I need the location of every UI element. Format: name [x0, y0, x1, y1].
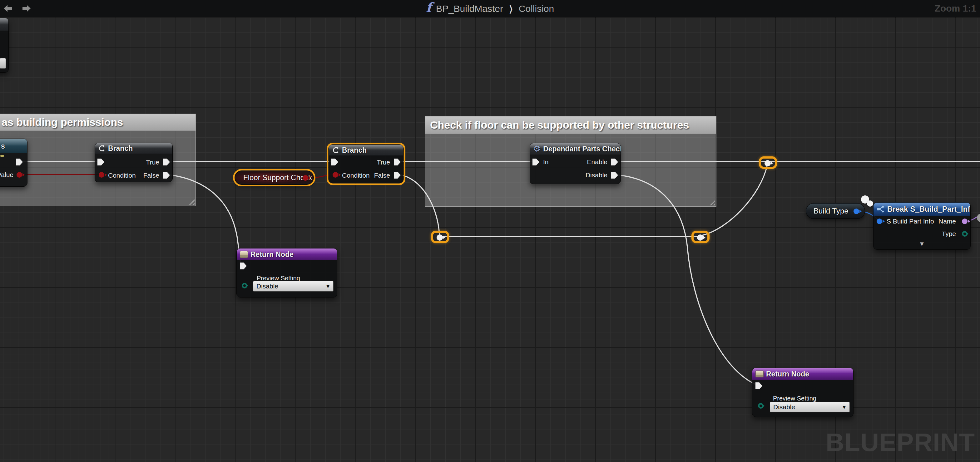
dropdown-arrow-icon: ▼	[842, 405, 846, 410]
exec-in-pin[interactable]	[756, 383, 762, 389]
branch-icon	[332, 146, 339, 154]
name-pin-label: Name	[939, 218, 956, 225]
partial-node-header[interactable]	[0, 18, 8, 30]
value-pin-label: Value	[0, 171, 13, 179]
floor-support-check-node[interactable]: Floor Support Check	[235, 171, 313, 184]
branch-node-header[interactable]: Branch	[95, 143, 172, 154]
reroute-pin[interactable]	[697, 235, 703, 241]
type-pin-label: Type	[942, 230, 956, 238]
return-node-title: Return Node	[766, 370, 809, 378]
true-exec-out-pin[interactable]	[163, 159, 170, 165]
dropdown-value: Disable	[256, 283, 278, 290]
struct-in-label: S Build Part Info	[887, 218, 934, 225]
struct-in-pin[interactable]	[877, 219, 882, 224]
partial-node-top-left[interactable]	[0, 18, 9, 73]
reroute-pin[interactable]	[765, 160, 771, 167]
branch-node-left[interactable]: Branch True Condition False	[95, 143, 173, 182]
partial-node-left[interactable]: s Value	[0, 138, 27, 187]
partial-node-title-fragment: s	[1, 142, 5, 151]
branch-node-header[interactable]: Branch	[329, 145, 403, 156]
partial-node-field[interactable]	[0, 58, 6, 69]
breadcrumb: f BP_BuildMaster ❭ Collision	[0, 0, 980, 17]
true-pin-label: True	[146, 159, 159, 166]
type-out-pin[interactable]	[962, 231, 967, 237]
reroute-node-3[interactable]	[759, 156, 777, 169]
true-pin-label: True	[377, 159, 390, 166]
in-pin-label: In	[543, 158, 549, 166]
partial-node-subtext	[0, 155, 4, 157]
reroute-pin[interactable]	[437, 235, 443, 241]
dependant-parts-check-title: Dependant Parts Check	[543, 145, 620, 153]
exec-in-pin[interactable]	[97, 159, 104, 165]
branch-node-title: Branch	[342, 146, 367, 154]
partial-node-header[interactable]: s	[0, 139, 27, 153]
false-pin-label: False	[143, 172, 159, 179]
disable-exec-out-pin[interactable]	[611, 172, 618, 179]
breadcrumb-separator-icon: ❭	[508, 4, 514, 14]
bool-out-pin[interactable]	[302, 175, 308, 181]
preview-setting-pin[interactable]	[758, 403, 764, 409]
condition-pin[interactable]	[332, 172, 338, 178]
breadcrumb-current[interactable]: Collision	[519, 3, 554, 14]
graph-toolbar: f BP_BuildMaster ❭ Collision Zoom 1:1	[0, 0, 980, 17]
name-out-pin[interactable]	[962, 219, 967, 224]
return-node-1[interactable]: Return Node Preview Setting Disable ▼	[236, 248, 337, 297]
cursor-puff	[867, 200, 873, 206]
partial-node-right-edge[interactable]	[977, 214, 980, 222]
exec-in-pin[interactable]	[533, 159, 539, 165]
value-pin[interactable]	[17, 172, 22, 178]
dropdown-value: Disable	[773, 403, 795, 411]
return-node-title: Return Node	[250, 250, 294, 259]
preview-setting-dropdown[interactable]: Disable ▼	[770, 402, 850, 412]
exec-in-pin[interactable]	[240, 262, 247, 269]
return-node-icon	[756, 370, 764, 378]
disable-pin-label: Disable	[585, 171, 608, 179]
break-node-title: Break S_Build_Part_Info	[887, 205, 970, 214]
reroute-node-1[interactable]	[431, 231, 449, 243]
node-layer: s Value Branch True Condition False	[0, 0, 980, 462]
exec-out-pin[interactable]	[16, 159, 23, 165]
true-exec-out-pin[interactable]	[394, 159, 401, 165]
break-struct-node[interactable]: Break S_Build_Part_Info S Build Part Inf…	[873, 202, 970, 250]
zoom-level-label: Zoom 1:1	[935, 3, 976, 14]
branch-icon	[98, 144, 105, 152]
function-icon: f	[426, 1, 431, 14]
return-node-2[interactable]: Return Node Preview Setting Disable ▼	[752, 368, 854, 417]
blueprint-graph-canvas[interactable]: BLUEPRINT as building permissions Check …	[0, 0, 980, 462]
reroute-node-2[interactable]	[691, 231, 710, 243]
break-node-header[interactable]: Break S_Build_Part_Info	[873, 203, 970, 216]
dropdown-arrow-icon: ▼	[325, 284, 331, 289]
collapse-arrow-icon[interactable]: ▼	[919, 240, 925, 248]
return-node-icon	[240, 251, 248, 258]
branch-node-title: Branch	[108, 144, 133, 152]
preview-setting-pin[interactable]	[242, 283, 247, 289]
false-exec-out-pin[interactable]	[163, 172, 170, 179]
enable-exec-out-pin[interactable]	[611, 159, 618, 165]
build-type-node[interactable]: Build Type	[806, 203, 865, 219]
condition-pin-label: Condition	[108, 172, 136, 179]
struct-out-pin[interactable]	[854, 208, 859, 214]
dependant-parts-check-node[interactable]: ⚙ Dependant Parts Check In Enable Disabl…	[530, 143, 621, 184]
gear-icon: ⚙	[533, 145, 541, 153]
break-struct-icon	[877, 205, 885, 213]
condition-pin-label: Condition	[342, 172, 370, 179]
breadcrumb-root[interactable]: BP_BuildMaster	[436, 3, 503, 14]
return-node-header[interactable]: Return Node	[752, 368, 853, 380]
condition-pin[interactable]	[99, 172, 104, 178]
preview-setting-label: Preview Setting	[773, 395, 816, 402]
enable-pin-label: Enable	[587, 158, 608, 166]
false-pin-label: False	[374, 172, 390, 179]
preview-setting-dropdown[interactable]: Disable ▼	[253, 281, 334, 292]
branch-node-middle[interactable]: Branch True Condition False	[329, 144, 404, 183]
return-node-header[interactable]: Return Node	[237, 248, 337, 260]
build-type-label: Build Type	[813, 206, 848, 215]
function-node-header[interactable]: ⚙ Dependant Parts Check	[530, 143, 620, 154]
floor-support-check-label: Floor Support Check	[243, 173, 312, 182]
exec-in-pin[interactable]	[331, 159, 338, 165]
false-exec-out-pin[interactable]	[394, 172, 401, 179]
